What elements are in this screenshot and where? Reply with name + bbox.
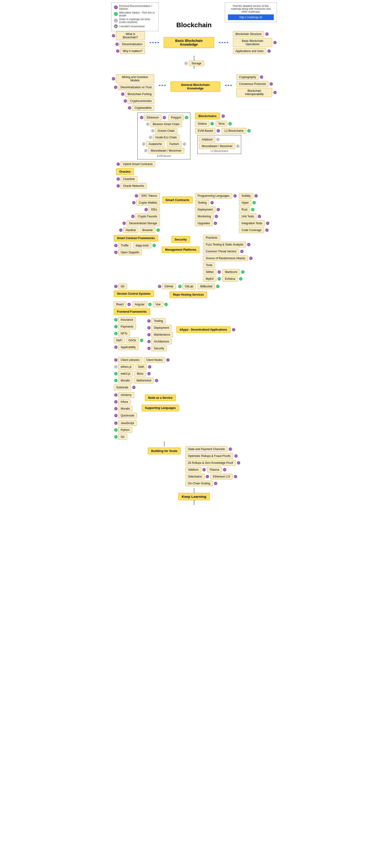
purple-badge: ✓ xyxy=(112,77,115,81)
node-as-a-service-box: Node as a Service xyxy=(145,395,176,401)
purple-badge: ✓ xyxy=(214,222,217,225)
info-box: Find the detailed version of this roadma… xyxy=(225,2,277,22)
decentralized-storage-box: Decentralized Storage xyxy=(127,220,160,226)
react-node: React ✓ xyxy=(114,302,131,307)
purple-badge: ✓ xyxy=(114,251,118,254)
mining-box: Mining and Incentive Models xyxy=(116,74,154,83)
manticore-box: Manticore xyxy=(222,269,240,275)
rust-node: Rust ✓ xyxy=(239,207,255,212)
gray-badge: ✓ xyxy=(144,149,148,152)
fuzz-testing-node: Fuzz Testing & Static Analysis ✓ xyxy=(203,242,252,247)
bitbucket-node: BitBucket ✓ xyxy=(198,284,219,289)
green-badge: ✓ xyxy=(114,428,118,432)
page-title: Blockchain xyxy=(176,19,212,29)
blockchain-interoperability-node: Blockchain Interoperability ✓ xyxy=(236,88,277,97)
alchemy-box: Alchemy xyxy=(118,392,134,398)
decentralization-box: Decentralization xyxy=(120,41,145,47)
legend-item-darkgray: ● I wouldn't recommend xyxy=(114,24,156,28)
purple-badge: ✓ xyxy=(114,414,118,417)
purple-badge: ✓ xyxy=(117,184,120,188)
purple-badge: ✓ xyxy=(229,447,232,451)
erc-tokens-box: ERC Tokens xyxy=(139,193,160,199)
applicability-box: Applicability xyxy=(118,344,138,350)
purple-badge: ✓ xyxy=(234,475,237,478)
besu-node: Besu ✓ xyxy=(134,371,150,376)
architecture-node: ✓ Architecture xyxy=(147,339,172,344)
maintenance-box: Maintenance xyxy=(151,332,173,338)
vyper-node: Vyper ✓ xyxy=(239,200,256,206)
open-zeppelin-node: ✓ Open Zeppelin xyxy=(114,250,158,255)
purple-badge: ✓ xyxy=(234,454,238,458)
cryptowallets-node: ✓ Cryptowallets xyxy=(127,105,154,111)
green-badge: ✓ xyxy=(114,379,118,382)
avalanche-node: ✓ Avalanche xyxy=(142,141,165,147)
green-badge: ✓ xyxy=(216,285,219,288)
on-chain-scaling-node: On-Chain Scaling ✓ xyxy=(185,480,217,486)
source-randomness-box: Source of Randomness Attacks xyxy=(203,255,248,261)
legend-item-purple: ✓ Personal Recommendation / Opinion xyxy=(114,4,156,10)
practices-box: Practices xyxy=(203,235,220,241)
moralis-box: Moralis xyxy=(118,378,133,383)
github-box: GitHub xyxy=(162,284,176,289)
client-nodes-box: Client Nodes xyxy=(144,357,165,363)
source-randomness-node: Source of Randomness Attacks ✓ xyxy=(203,255,252,261)
purple-badge: ✓ xyxy=(155,379,158,382)
integration-tests-node: Integration Tests ✓ xyxy=(239,220,269,226)
echidna-node: Echidna ✓ xyxy=(222,276,242,282)
rust-box: Rust xyxy=(239,207,250,212)
purple-badge: ✓ xyxy=(265,32,268,36)
payments-box: Payments xyxy=(118,324,136,330)
security2-node: ✓ Security xyxy=(147,345,167,351)
purple-badge: ✓ xyxy=(266,222,269,225)
common-threat-box: Common Threat Vectors xyxy=(203,249,239,254)
purple-badge: ✓ xyxy=(237,461,240,465)
vue-node: Vue ✓ xyxy=(153,302,168,307)
testing-node: Testing ✓ xyxy=(195,200,214,206)
moonebeam2-box: Moonebeam / Moonriver xyxy=(199,143,235,149)
substrate-node: Substrate ✓ xyxy=(114,384,135,390)
insurance-node: ✓ Insurance xyxy=(114,317,136,322)
daos-node: DAOs ✓ xyxy=(126,338,143,343)
substrate-box: Substrate xyxy=(114,384,131,390)
purple-check-icon: ✓ xyxy=(114,5,118,9)
crypto-wallets-box: Crypto Wallets xyxy=(136,200,160,206)
moonebeam-box: Moonebeam / Moonriver xyxy=(148,148,184,154)
slither-box: Slither xyxy=(203,269,216,275)
besu-box: Besu xyxy=(134,371,146,376)
green-badge: ✓ xyxy=(114,372,118,375)
github-node: ✓ GitHub xyxy=(158,284,176,289)
moralis-node: ✓ Moralis xyxy=(114,378,133,383)
purple-badge: ✓ xyxy=(119,228,123,232)
crypto-wallets-node: ✓ Crypto Wallets xyxy=(132,200,160,206)
ethereum-box: Ethereum xyxy=(144,115,161,120)
green-badge: ✓ xyxy=(153,244,156,247)
ethereum20-box: Ethereum 2.0 xyxy=(211,474,233,479)
management-platforms-box: Management Platforms xyxy=(162,246,199,253)
arbitrum-node: Arbitrum ✓ xyxy=(199,137,219,143)
purple-badge: ✓ xyxy=(144,208,148,211)
purple-badge: ✓ xyxy=(254,194,258,197)
gnosis-box: Gnosis Chain xyxy=(155,128,177,134)
purple-badge: ✓ xyxy=(117,177,120,181)
cryptography-node: Cryptography ✓ xyxy=(236,74,263,80)
brownie-node: Brownie ✓ xyxy=(140,227,160,233)
purple-badge: ✓ xyxy=(135,194,138,197)
roadmap-link[interactable]: http:// roadmap.sh xyxy=(228,14,274,20)
architecture-box: Architecture xyxy=(151,339,172,344)
chainlink-node: ✓ Chainlink xyxy=(116,176,155,182)
nethermind-node: Nethermind ✓ xyxy=(134,378,158,383)
purple-badge: ✓ xyxy=(127,303,131,306)
green-badge: ✓ xyxy=(157,228,160,232)
green-badge: ✓ xyxy=(114,332,118,335)
deployment2-node: ✓ Deployment xyxy=(147,325,172,331)
green-badge: ✓ xyxy=(253,201,256,204)
python-node: ✓ Python xyxy=(114,427,137,433)
what-is-blockchain-node: ✓ What is Blockchain? xyxy=(111,31,145,40)
tools-box: Tools xyxy=(203,262,215,268)
truffle-node: ✓ Truffle xyxy=(114,243,131,248)
green-badge: ✓ xyxy=(228,122,232,125)
solidity-box: Solidity xyxy=(239,193,254,199)
git-box: Git xyxy=(118,284,127,289)
hybrid-smart-contracts-node: ✓ Hybrid Smart Contracts xyxy=(116,161,155,167)
gray-badge: ✓ xyxy=(114,365,118,369)
